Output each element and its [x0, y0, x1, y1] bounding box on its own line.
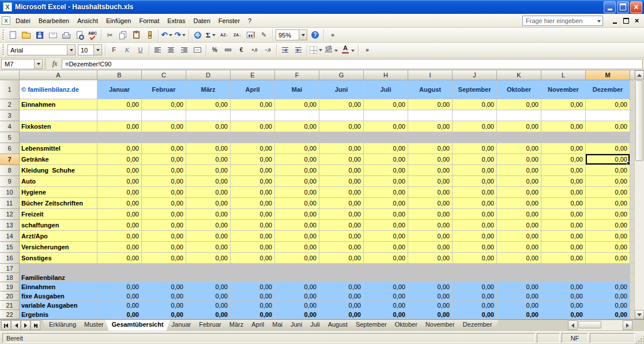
- row-header-1[interactable]: 1: [0, 80, 20, 99]
- cell-e9[interactable]: 0,00: [231, 176, 275, 187]
- cell-g14[interactable]: 0,00: [319, 231, 364, 242]
- cell-e16[interactable]: 0,00: [231, 253, 275, 264]
- zoom-combo[interactable]: 95%: [276, 29, 307, 40]
- cell-f22[interactable]: 0,00: [275, 310, 319, 319]
- cell-h16[interactable]: 0,00: [364, 253, 408, 264]
- cell-j8[interactable]: 0,00: [453, 165, 497, 176]
- cell-f16[interactable]: 0,00: [275, 253, 319, 264]
- cell-a2[interactable]: Einnahmen: [20, 99, 97, 110]
- cell-g1[interactable]: Juni: [319, 80, 364, 99]
- cell-l17[interactable]: [541, 264, 586, 273]
- copy-button[interactable]: [116, 29, 130, 42]
- cell-l11[interactable]: 0,00: [541, 198, 586, 209]
- cell-d15[interactable]: 0,00: [186, 242, 231, 253]
- previous-sheet-button[interactable]: [11, 320, 21, 330]
- row-header-15[interactable]: 15: [0, 242, 20, 253]
- cell-j12[interactable]: 0,00: [453, 209, 497, 220]
- menu-item-ansicht[interactable]: Ansicht: [73, 15, 102, 27]
- cell-l12[interactable]: 0,00: [541, 209, 586, 220]
- last-sheet-button[interactable]: [31, 320, 40, 330]
- cell-j16[interactable]: 0,00: [453, 253, 497, 264]
- font-name-combo-dropdown-button[interactable]: [67, 45, 75, 55]
- cell-b12[interactable]: 0,00: [97, 209, 142, 220]
- decrease-decimal-button[interactable]: −,0: [261, 44, 274, 57]
- cell-e22[interactable]: 0,00: [231, 310, 275, 319]
- cell-c19[interactable]: 0,00: [142, 282, 186, 291]
- row-header-11[interactable]: 11: [0, 198, 20, 209]
- cell-d14[interactable]: 0,00: [186, 231, 231, 242]
- cell-b1[interactable]: Januar: [97, 80, 142, 99]
- cell-f13[interactable]: 0,00: [275, 220, 319, 231]
- cell-j17[interactable]: [453, 264, 497, 273]
- cell-a7[interactable]: Getränke: [20, 154, 97, 165]
- cell-d10[interactable]: 0,00: [186, 187, 231, 198]
- cell-b15[interactable]: 0,00: [97, 242, 142, 253]
- cell-m16[interactable]: 0,00: [586, 253, 630, 264]
- cell-a10[interactable]: Hygiene: [20, 187, 97, 198]
- cell-l22[interactable]: 0,00: [541, 310, 586, 319]
- cell-h9[interactable]: 0,00: [364, 176, 408, 187]
- cell-k2[interactable]: 0,00: [497, 99, 541, 110]
- bold-button[interactable]: F: [107, 44, 120, 57]
- cell-i7[interactable]: 0,00: [408, 154, 453, 165]
- cell-l18[interactable]: [541, 273, 586, 282]
- cell-l7[interactable]: 0,00: [541, 154, 586, 165]
- cell-d20[interactable]: 0,00: [186, 291, 231, 301]
- cell-i3[interactable]: [408, 110, 453, 121]
- cell-g11[interactable]: 0,00: [319, 198, 364, 209]
- cell-g19[interactable]: 0,00: [319, 282, 364, 291]
- cell-h19[interactable]: 0,00: [364, 282, 408, 291]
- chart-wizard-button[interactable]: [244, 29, 257, 42]
- cell-l13[interactable]: 0,00: [541, 220, 586, 231]
- cell-l14[interactable]: 0,00: [541, 231, 586, 242]
- save-button[interactable]: [33, 29, 46, 42]
- comma-style-button[interactable]: 000: [221, 44, 235, 57]
- cell-m17[interactable]: [586, 264, 630, 273]
- borders-button[interactable]: [309, 44, 323, 57]
- column-header-f[interactable]: F: [275, 70, 319, 80]
- row-header-9[interactable]: 9: [0, 176, 20, 187]
- cell-f6[interactable]: 0,00: [275, 143, 319, 154]
- cell-m14[interactable]: 0,00: [586, 231, 630, 242]
- cell-g2[interactable]: 0,00: [319, 99, 364, 110]
- cell-g15[interactable]: 0,00: [319, 242, 364, 253]
- cell-h6[interactable]: 0,00: [364, 143, 408, 154]
- sheet-tab-januar[interactable]: Januar: [165, 320, 198, 330]
- cell-a19[interactable]: Einnahmen: [20, 282, 97, 291]
- menu-item-fenster[interactable]: Fenster: [214, 15, 244, 27]
- row-header-4[interactable]: 4: [0, 121, 20, 132]
- fill-color-button[interactable]: [323, 44, 340, 57]
- cell-e1[interactable]: April: [231, 80, 275, 99]
- increase-indent-button[interactable]: [292, 44, 305, 57]
- row-header-7[interactable]: 7: [0, 154, 20, 165]
- row-header-19[interactable]: 19: [0, 282, 20, 291]
- cell-k9[interactable]: 0,00: [497, 176, 541, 187]
- cell-l1[interactable]: November: [541, 80, 586, 99]
- menu-item-daten[interactable]: Daten: [189, 15, 214, 27]
- row-header-16[interactable]: 16: [0, 253, 20, 264]
- cell-b9[interactable]: 0,00: [97, 176, 142, 187]
- cell-l2[interactable]: 0,00: [541, 99, 586, 110]
- cell-d5[interactable]: [186, 132, 231, 143]
- cell-b10[interactable]: 0,00: [97, 187, 142, 198]
- cell-k10[interactable]: 0,00: [497, 187, 541, 198]
- cell-h20[interactable]: 0,00: [364, 291, 408, 301]
- cell-g16[interactable]: 0,00: [319, 253, 364, 264]
- cell-d11[interactable]: 0,00: [186, 198, 231, 209]
- cell-k20[interactable]: 0,00: [497, 291, 541, 301]
- column-header-c[interactable]: C: [142, 70, 186, 80]
- cell-f17[interactable]: [275, 264, 319, 273]
- align-center-button[interactable]: [164, 44, 178, 57]
- cell-i11[interactable]: 0,00: [408, 198, 453, 209]
- cell-i5[interactable]: [408, 132, 453, 143]
- cell-k19[interactable]: 0,00: [497, 282, 541, 291]
- cell-e7[interactable]: 0,00: [231, 154, 275, 165]
- cell-m4[interactable]: 0,00: [586, 121, 630, 132]
- print-preview-button[interactable]: [73, 29, 86, 42]
- column-header-l[interactable]: L: [541, 70, 586, 80]
- cell-j10[interactable]: 0,00: [453, 187, 497, 198]
- cell-j1[interactable]: September: [453, 80, 497, 99]
- toolbar-options-button[interactable]: »: [326, 29, 339, 42]
- cell-h1[interactable]: Juli: [364, 80, 408, 99]
- sheet-tab-muster[interactable]: Muster: [78, 320, 110, 330]
